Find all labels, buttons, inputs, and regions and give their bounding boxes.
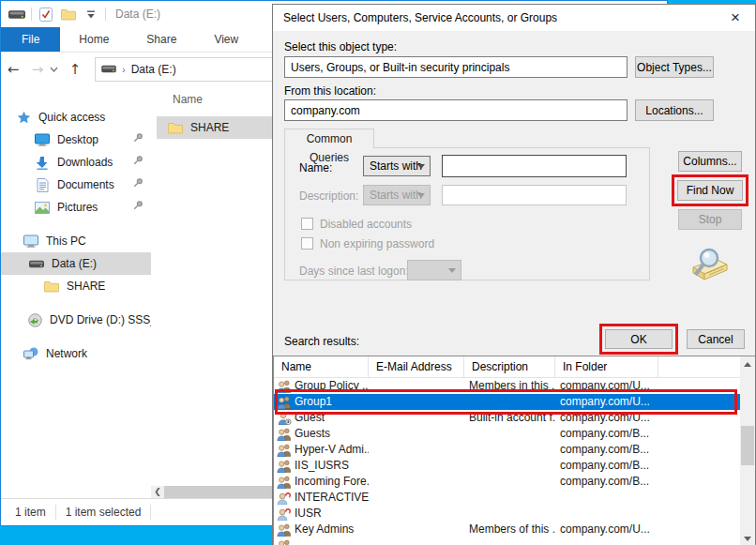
- result-description: [464, 537, 555, 545]
- pin-icon: [133, 177, 144, 188]
- results-rows: Group Policy ...Members in this ...compa…: [274, 378, 740, 545]
- result-row-Group1[interactable]: Group1company.com/U...: [274, 394, 740, 410]
- chevron-down-icon: [417, 164, 425, 169]
- sidebar-item-this-pc[interactable]: This PC: [1, 230, 151, 252]
- dvd-icon: [27, 312, 42, 327]
- scrollbar-thumb[interactable]: [741, 426, 754, 465]
- system-user-icon: [277, 492, 292, 505]
- sidebar-item-quick-access[interactable]: Quick access: [1, 106, 151, 129]
- sidebar-item-data-e-[interactable]: Data (E:): [1, 252, 151, 275]
- location-field[interactable]: [284, 99, 627, 121]
- result-row-Guest[interactable]: GuestBuilt-in account f...company.com/U.…: [274, 410, 740, 426]
- result-description: [464, 506, 555, 522]
- back-button[interactable]: ←: [1, 61, 25, 78]
- disabled-accounts-label: Disabled accounts: [320, 218, 412, 231]
- days-since-logon-label: Days since last logon:: [299, 265, 409, 278]
- pin-icon: [133, 155, 144, 165]
- results-header: Name E-Mail Address Description In Folde…: [274, 356, 755, 378]
- vertical-scrollbar[interactable]: [740, 356, 755, 545]
- result-name: Hyper-V Admi...: [295, 442, 369, 458]
- separator: [105, 8, 106, 21]
- sidebar-item-label: Downloads: [57, 156, 113, 169]
- column-header-name[interactable]: Name: [173, 93, 203, 106]
- result-row-Incoming-Fore-[interactable]: Incoming Fore...company.com/B...: [274, 474, 740, 490]
- breadcrumb[interactable]: Data (E:): [131, 63, 176, 76]
- cancel-button[interactable]: Cancel: [687, 329, 745, 349]
- result-folder: company.com/U...: [555, 394, 658, 410]
- selection-count: 1 item selected: [66, 506, 142, 519]
- scroll-down-icon[interactable]: [740, 531, 755, 545]
- result-email: [369, 410, 464, 426]
- download-icon: [35, 155, 50, 170]
- scroll-up-icon[interactable]: [740, 356, 755, 371]
- group-icon: [277, 476, 292, 489]
- result-row-Key-Admins[interactable]: Key AdminsMembers of this ...company.com…: [274, 522, 740, 537]
- ribbon-tab-view[interactable]: View: [195, 27, 257, 52]
- result-description: [464, 394, 555, 410]
- system-user-icon: [277, 507, 292, 521]
- result-name: IUSR: [295, 506, 322, 522]
- ribbon-tab-file[interactable]: File: [1, 27, 60, 52]
- result-row-Group-Policy-[interactable]: Group Policy ...Members in this ...compa…: [274, 378, 740, 394]
- result-row-INTERACTIVE[interactable]: INTERACTIVE: [274, 490, 740, 506]
- ok-button[interactable]: OK: [605, 329, 673, 349]
- result-row-IUSR[interactable]: IUSR: [274, 506, 740, 522]
- object-type-field[interactable]: [284, 56, 627, 78]
- columns-button[interactable]: Columns...: [678, 151, 742, 172]
- column-header-description[interactable]: Description: [464, 356, 555, 377]
- group-icon: [277, 396, 292, 409]
- result-row-Guests[interactable]: Guestscompany.com/B...: [274, 426, 740, 442]
- column-header-email[interactable]: E-Mail Address: [369, 356, 464, 377]
- days-since-logon-combo: [407, 260, 461, 280]
- sidebar-item-label: Data (E:): [52, 257, 97, 270]
- column-header-in-folder[interactable]: In Folder: [555, 356, 658, 377]
- tab-common-queries[interactable]: Common Queries: [284, 129, 374, 148]
- find-now-button[interactable]: Find Now: [677, 180, 743, 201]
- sidebar-item-desktop[interactable]: Desktop: [1, 129, 151, 151]
- history-dropdown-icon[interactable]: [50, 67, 63, 72]
- sidebar-item-documents[interactable]: Documents: [1, 174, 151, 196]
- scroll-left-icon[interactable]: ❮: [151, 486, 164, 498]
- sidebar-item-label: This PC: [46, 235, 86, 248]
- item-count: 1 item: [15, 506, 46, 519]
- separator: [150, 505, 151, 520]
- result-folder: [555, 506, 658, 522]
- result-row-Hyper-V-Admi-[interactable]: Hyper-V Admi...company.com/B...: [274, 442, 740, 458]
- column-header-name[interactable]: Name: [274, 356, 369, 377]
- sidebar-item-downloads[interactable]: Downloads: [1, 151, 151, 174]
- guest-user-icon: [277, 412, 292, 425]
- sidebar-item-network[interactable]: Network: [1, 342, 151, 365]
- network-icon: [23, 346, 38, 361]
- name-query-input[interactable]: [442, 155, 627, 177]
- customize-chevron-icon[interactable]: [83, 7, 99, 22]
- result-name: Guest: [295, 410, 325, 426]
- result-email: [369, 458, 464, 474]
- sidebar-item-dvd-drive-d-sss-x6[interactable]: DVD Drive (D:) SSS_X6: [1, 309, 151, 331]
- sidebar-item-pictures[interactable]: Pictures: [1, 196, 151, 219]
- breadcrumb-chevron-icon: ›: [122, 64, 126, 75]
- locations-button[interactable]: Locations...: [635, 99, 714, 121]
- chevron-down-icon: [417, 193, 425, 198]
- close-icon[interactable]: ×: [723, 7, 748, 29]
- new-folder-icon[interactable]: [60, 7, 77, 22]
- drive-icon: [8, 7, 25, 22]
- result-name: Incoming Fore...: [295, 474, 369, 490]
- name-operator-combo[interactable]: Starts with: [363, 156, 431, 176]
- object-types-button[interactable]: Object Types...: [635, 56, 714, 78]
- non-expiring-password-label: Non expiring password: [320, 237, 434, 250]
- sidebar-item-share[interactable]: SHARE: [1, 275, 151, 297]
- ribbon-tab-share[interactable]: Share: [128, 27, 195, 52]
- result-name: INTERACTIVE: [295, 490, 369, 506]
- sidebar-item-label: Desktop: [57, 133, 98, 146]
- properties-check-icon[interactable]: [38, 7, 54, 22]
- result-row-partial[interactable]: [274, 537, 740, 545]
- ribbon-tab-home[interactable]: Home: [60, 27, 128, 52]
- result-folder: company.com/B...: [555, 442, 658, 458]
- folder-icon: [44, 279, 59, 294]
- separator: [55, 505, 56, 520]
- up-button[interactable]: ↑: [63, 61, 87, 78]
- search-results-label: Search results:: [284, 335, 359, 348]
- result-row-IIS-IUSRS[interactable]: IIS_IUSRScompany.com/B...: [274, 458, 740, 474]
- sidebar-item-label: Documents: [57, 178, 114, 191]
- group-icon: [277, 428, 292, 441]
